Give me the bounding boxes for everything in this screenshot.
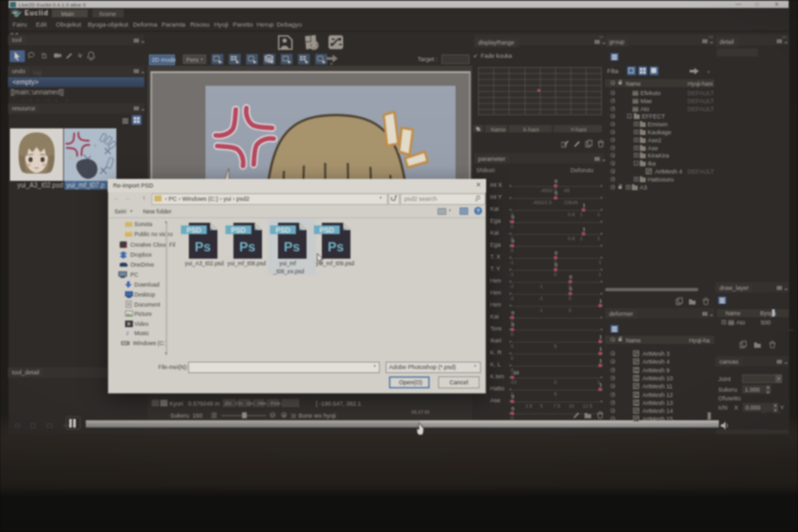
svg-text:PSD: PSD <box>275 226 291 234</box>
svg-text:Ps: Ps <box>239 239 255 254</box>
svg-text:PSD: PSD <box>319 226 334 234</box>
svg-text:Ps: Ps <box>328 239 344 254</box>
svg-text:PSD: PSD <box>231 226 246 234</box>
svg-text:PSD: PSD <box>186 226 201 234</box>
svg-text:Ps: Ps <box>195 239 211 254</box>
svg-text:Ps: Ps <box>284 239 300 254</box>
